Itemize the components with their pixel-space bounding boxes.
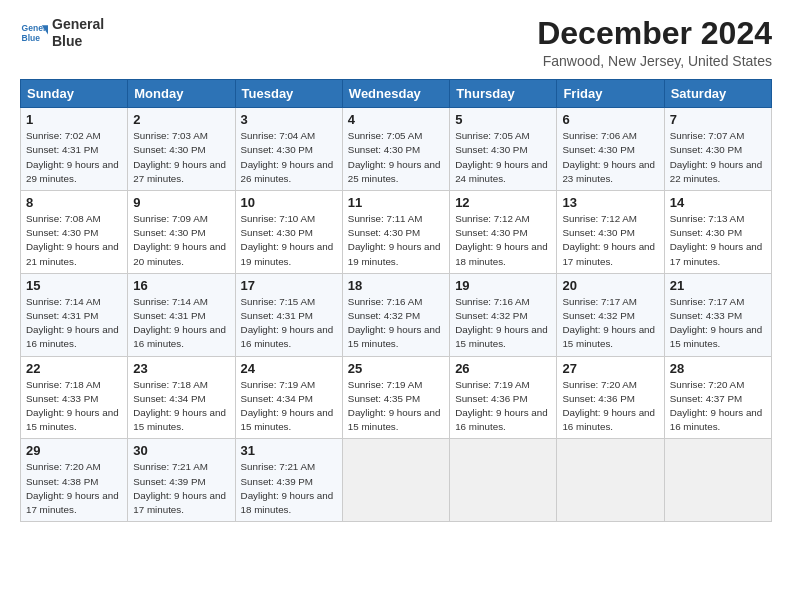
sunrise-label: Sunrise: 7:20 AM xyxy=(670,379,745,390)
sunset-label: Sunset: 4:34 PM xyxy=(241,393,313,404)
calendar-cell xyxy=(450,439,557,522)
day-number: 25 xyxy=(348,361,444,376)
calendar-cell: 31 Sunrise: 7:21 AM Sunset: 4:39 PM Dayl… xyxy=(235,439,342,522)
day-number: 30 xyxy=(133,443,229,458)
daylight-label: Daylight: 9 hours and 15 minutes. xyxy=(670,324,763,349)
daylight-label: Daylight: 9 hours and 29 minutes. xyxy=(26,159,119,184)
calendar-cell: 16 Sunrise: 7:14 AM Sunset: 4:31 PM Dayl… xyxy=(128,273,235,356)
daylight-label: Daylight: 9 hours and 16 minutes. xyxy=(562,407,655,432)
calendar-cell: 30 Sunrise: 7:21 AM Sunset: 4:39 PM Dayl… xyxy=(128,439,235,522)
daylight-label: Daylight: 9 hours and 20 minutes. xyxy=(133,241,226,266)
day-number: 1 xyxy=(26,112,122,127)
day-number: 8 xyxy=(26,195,122,210)
sunrise-label: Sunrise: 7:02 AM xyxy=(26,130,101,141)
day-info: Sunrise: 7:04 AM Sunset: 4:30 PM Dayligh… xyxy=(241,129,337,186)
day-info: Sunrise: 7:19 AM Sunset: 4:35 PM Dayligh… xyxy=(348,378,444,435)
sunset-label: Sunset: 4:30 PM xyxy=(348,144,420,155)
day-info: Sunrise: 7:17 AM Sunset: 4:33 PM Dayligh… xyxy=(670,295,766,352)
sunset-label: Sunset: 4:33 PM xyxy=(670,310,742,321)
daylight-label: Daylight: 9 hours and 15 minutes. xyxy=(26,407,119,432)
calendar-cell: 25 Sunrise: 7:19 AM Sunset: 4:35 PM Dayl… xyxy=(342,356,449,439)
sunrise-label: Sunrise: 7:05 AM xyxy=(348,130,423,141)
title-area: December 2024 Fanwood, New Jersey, Unite… xyxy=(537,16,772,69)
sunrise-label: Sunrise: 7:08 AM xyxy=(26,213,101,224)
calendar-cell: 27 Sunrise: 7:20 AM Sunset: 4:36 PM Dayl… xyxy=(557,356,664,439)
sunrise-label: Sunrise: 7:17 AM xyxy=(562,296,637,307)
day-info: Sunrise: 7:19 AM Sunset: 4:36 PM Dayligh… xyxy=(455,378,551,435)
day-info: Sunrise: 7:06 AM Sunset: 4:30 PM Dayligh… xyxy=(562,129,658,186)
sunset-label: Sunset: 4:30 PM xyxy=(455,144,527,155)
day-number: 22 xyxy=(26,361,122,376)
day-number: 31 xyxy=(241,443,337,458)
weekday-header-cell: Tuesday xyxy=(235,80,342,108)
sunset-label: Sunset: 4:30 PM xyxy=(455,227,527,238)
day-info: Sunrise: 7:03 AM Sunset: 4:30 PM Dayligh… xyxy=(133,129,229,186)
sunrise-label: Sunrise: 7:19 AM xyxy=(348,379,423,390)
day-info: Sunrise: 7:16 AM Sunset: 4:32 PM Dayligh… xyxy=(455,295,551,352)
day-info: Sunrise: 7:21 AM Sunset: 4:39 PM Dayligh… xyxy=(241,460,337,517)
day-info: Sunrise: 7:08 AM Sunset: 4:30 PM Dayligh… xyxy=(26,212,122,269)
day-info: Sunrise: 7:15 AM Sunset: 4:31 PM Dayligh… xyxy=(241,295,337,352)
sunrise-label: Sunrise: 7:05 AM xyxy=(455,130,530,141)
daylight-label: Daylight: 9 hours and 15 minutes. xyxy=(455,324,548,349)
day-number: 15 xyxy=(26,278,122,293)
calendar-cell: 5 Sunrise: 7:05 AM Sunset: 4:30 PM Dayli… xyxy=(450,108,557,191)
calendar-cell: 2 Sunrise: 7:03 AM Sunset: 4:30 PM Dayli… xyxy=(128,108,235,191)
day-info: Sunrise: 7:20 AM Sunset: 4:37 PM Dayligh… xyxy=(670,378,766,435)
daylight-label: Daylight: 9 hours and 16 minutes. xyxy=(26,324,119,349)
day-info: Sunrise: 7:05 AM Sunset: 4:30 PM Dayligh… xyxy=(348,129,444,186)
day-number: 23 xyxy=(133,361,229,376)
calendar-cell: 15 Sunrise: 7:14 AM Sunset: 4:31 PM Dayl… xyxy=(21,273,128,356)
calendar-week-row: 22 Sunrise: 7:18 AM Sunset: 4:33 PM Dayl… xyxy=(21,356,772,439)
sunrise-label: Sunrise: 7:04 AM xyxy=(241,130,316,141)
calendar-cell: 3 Sunrise: 7:04 AM Sunset: 4:30 PM Dayli… xyxy=(235,108,342,191)
daylight-label: Daylight: 9 hours and 17 minutes. xyxy=(562,241,655,266)
daylight-label: Daylight: 9 hours and 19 minutes. xyxy=(348,241,441,266)
daylight-label: Daylight: 9 hours and 17 minutes. xyxy=(133,490,226,515)
day-info: Sunrise: 7:18 AM Sunset: 4:34 PM Dayligh… xyxy=(133,378,229,435)
day-info: Sunrise: 7:18 AM Sunset: 4:33 PM Dayligh… xyxy=(26,378,122,435)
day-info: Sunrise: 7:02 AM Sunset: 4:31 PM Dayligh… xyxy=(26,129,122,186)
calendar-cell: 9 Sunrise: 7:09 AM Sunset: 4:30 PM Dayli… xyxy=(128,191,235,274)
day-info: Sunrise: 7:14 AM Sunset: 4:31 PM Dayligh… xyxy=(26,295,122,352)
day-number: 19 xyxy=(455,278,551,293)
sunrise-label: Sunrise: 7:20 AM xyxy=(26,461,101,472)
sunrise-label: Sunrise: 7:03 AM xyxy=(133,130,208,141)
daylight-label: Daylight: 9 hours and 16 minutes. xyxy=(241,324,334,349)
calendar-cell: 1 Sunrise: 7:02 AM Sunset: 4:31 PM Dayli… xyxy=(21,108,128,191)
daylight-label: Daylight: 9 hours and 27 minutes. xyxy=(133,159,226,184)
sunrise-label: Sunrise: 7:11 AM xyxy=(348,213,423,224)
sunset-label: Sunset: 4:30 PM xyxy=(670,144,742,155)
sunrise-label: Sunrise: 7:13 AM xyxy=(670,213,745,224)
daylight-label: Daylight: 9 hours and 18 minutes. xyxy=(241,490,334,515)
day-number: 17 xyxy=(241,278,337,293)
sunset-label: Sunset: 4:31 PM xyxy=(26,144,98,155)
sunset-label: Sunset: 4:32 PM xyxy=(562,310,634,321)
day-info: Sunrise: 7:05 AM Sunset: 4:30 PM Dayligh… xyxy=(455,129,551,186)
calendar-cell: 4 Sunrise: 7:05 AM Sunset: 4:30 PM Dayli… xyxy=(342,108,449,191)
day-number: 9 xyxy=(133,195,229,210)
calendar-cell: 14 Sunrise: 7:13 AM Sunset: 4:30 PM Dayl… xyxy=(664,191,771,274)
calendar-title: December 2024 xyxy=(537,16,772,51)
day-info: Sunrise: 7:09 AM Sunset: 4:30 PM Dayligh… xyxy=(133,212,229,269)
calendar-cell: 21 Sunrise: 7:17 AM Sunset: 4:33 PM Dayl… xyxy=(664,273,771,356)
sunrise-label: Sunrise: 7:15 AM xyxy=(241,296,316,307)
day-info: Sunrise: 7:19 AM Sunset: 4:34 PM Dayligh… xyxy=(241,378,337,435)
day-number: 10 xyxy=(241,195,337,210)
logo-icon: General Blue xyxy=(20,19,48,47)
daylight-label: Daylight: 9 hours and 16 minutes. xyxy=(455,407,548,432)
day-number: 12 xyxy=(455,195,551,210)
day-info: Sunrise: 7:20 AM Sunset: 4:36 PM Dayligh… xyxy=(562,378,658,435)
daylight-label: Daylight: 9 hours and 24 minutes. xyxy=(455,159,548,184)
sunrise-label: Sunrise: 7:07 AM xyxy=(670,130,745,141)
calendar-cell: 13 Sunrise: 7:12 AM Sunset: 4:30 PM Dayl… xyxy=(557,191,664,274)
sunset-label: Sunset: 4:38 PM xyxy=(26,476,98,487)
sunrise-label: Sunrise: 7:20 AM xyxy=(562,379,637,390)
calendar-cell: 19 Sunrise: 7:16 AM Sunset: 4:32 PM Dayl… xyxy=(450,273,557,356)
sunrise-label: Sunrise: 7:16 AM xyxy=(455,296,530,307)
calendar-cell: 7 Sunrise: 7:07 AM Sunset: 4:30 PM Dayli… xyxy=(664,108,771,191)
calendar-cell xyxy=(664,439,771,522)
calendar-cell: 24 Sunrise: 7:19 AM Sunset: 4:34 PM Dayl… xyxy=(235,356,342,439)
calendar-cell: 10 Sunrise: 7:10 AM Sunset: 4:30 PM Dayl… xyxy=(235,191,342,274)
weekday-header-cell: Friday xyxy=(557,80,664,108)
